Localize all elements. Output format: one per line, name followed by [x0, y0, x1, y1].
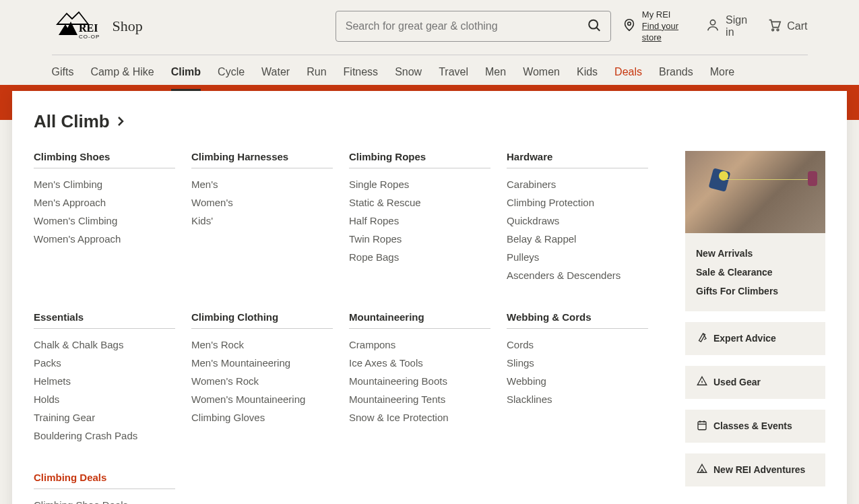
menu-link[interactable]: Climbing Gloves: [191, 408, 333, 427]
cart-icon: [767, 18, 782, 35]
menu-link[interactable]: Men's Mountaineering: [191, 354, 333, 372]
menu-link[interactable]: Men's Climbing: [34, 175, 175, 193]
nav-item-gifts[interactable]: Gifts: [52, 55, 74, 91]
mega-menu-title-text: All Climb: [34, 111, 110, 132]
menu-link[interactable]: Men's Approach: [34, 193, 175, 212]
menu-link[interactable]: Crampons: [349, 336, 490, 354]
menu-column-heading[interactable]: Climbing Ropes: [349, 151, 490, 168]
menu-link[interactable]: Static & Rescue: [349, 193, 490, 212]
menu-link[interactable]: Chalk & Chalk Bags: [34, 336, 175, 354]
menu-link[interactable]: Ascenders & Descenders: [507, 266, 648, 284]
menu-link[interactable]: Women's Climbing: [34, 212, 175, 230]
calendar-icon: [696, 419, 708, 433]
shop-label: Shop: [113, 18, 143, 35]
nav-item-cycle[interactable]: Cycle: [218, 55, 245, 91]
my-rei-label: My REI: [642, 9, 691, 21]
menu-link[interactable]: Women's Mountaineering: [191, 390, 333, 408]
menu-link[interactable]: Belay & Rappel: [507, 230, 648, 248]
nav-item-camp-hike[interactable]: Camp & Hike: [90, 55, 154, 91]
menu-link[interactable]: Mountaineering Boots: [349, 372, 490, 390]
cart-label: Cart: [787, 20, 807, 32]
menu-link[interactable]: Slings: [507, 354, 648, 372]
menu-link[interactable]: Single Ropes: [349, 175, 490, 193]
menu-link[interactable]: Kids': [191, 212, 333, 230]
menu-column: Climbing ShoesMen's ClimbingMen's Approa…: [34, 151, 175, 284]
menu-column: Climbing RopesSingle RopesStatic & Rescu…: [349, 151, 490, 284]
svg-point-9: [772, 29, 774, 31]
nav-item-more[interactable]: More: [710, 55, 734, 91]
logo-block[interactable]: REI CO-OP Shop: [52, 9, 143, 43]
menu-column-heading[interactable]: Climbing Deals: [34, 472, 175, 489]
menu-column-heading[interactable]: Climbing Shoes: [34, 151, 175, 168]
sign-in[interactable]: Sign in: [705, 14, 752, 38]
side-button[interactable]: Classes & Events: [685, 410, 825, 443]
menu-column-heading[interactable]: Hardware: [507, 151, 648, 168]
menu-link[interactable]: Men's: [191, 175, 333, 193]
nav-item-fitness[interactable]: Fitness: [344, 55, 379, 91]
menu-link[interactable]: Women's: [191, 193, 333, 212]
store-locator[interactable]: My REI Find your store: [622, 9, 691, 44]
user-icon: [705, 18, 720, 35]
menu-link[interactable]: Holds: [34, 390, 175, 408]
menu-link[interactable]: Bouldering Crash Pads: [34, 427, 175, 445]
promo-sidebar: New ArrivalsSale & ClearanceGifts For Cl…: [685, 151, 825, 504]
rei-logo: REI CO-OP: [52, 9, 104, 43]
nav-item-snow[interactable]: Snow: [395, 55, 422, 91]
menu-link[interactable]: Climbing Protection: [507, 193, 648, 212]
menu-link[interactable]: Snow & Ice Protection: [349, 408, 490, 427]
menu-column-heading[interactable]: Essentials: [34, 311, 175, 329]
menu-link[interactable]: Packs: [34, 354, 175, 372]
menu-link[interactable]: Webbing: [507, 372, 648, 390]
menu-link[interactable]: Half Ropes: [349, 212, 490, 230]
menu-link[interactable]: Quickdraws: [507, 212, 648, 230]
mountain-icon: [696, 375, 708, 389]
side-button[interactable]: Used Gear: [685, 366, 825, 399]
mega-menu-title[interactable]: All Climb: [34, 111, 825, 132]
find-store-link[interactable]: Find your store: [642, 21, 691, 44]
menu-column-heading[interactable]: Climbing Clothing: [191, 311, 333, 329]
menu-column-heading[interactable]: Climbing Harnesses: [191, 151, 333, 168]
nav-item-men[interactable]: Men: [485, 55, 506, 91]
menu-column: Climbing DealsClimbing Shoe DealsMountai…: [34, 472, 175, 504]
nav-item-kids[interactable]: Kids: [577, 55, 598, 91]
nav-item-water[interactable]: Water: [261, 55, 290, 91]
search-bar: [336, 11, 611, 42]
menu-link[interactable]: Training Gear: [34, 408, 175, 427]
location-pin-icon: [622, 18, 637, 35]
menu-column: Webbing & CordsCordsSlingsWebbingSlackli…: [507, 311, 648, 445]
search-input[interactable]: [336, 11, 611, 42]
side-button-label: Expert Advice: [713, 333, 776, 344]
side-button-label: Classes & Events: [713, 420, 792, 431]
promo-link[interactable]: Gifts For Climbers: [696, 282, 815, 301]
menu-link[interactable]: Men's Rock: [191, 336, 333, 354]
menu-link[interactable]: Pulleys: [507, 248, 648, 266]
menu-link[interactable]: Mountaineering Tents: [349, 390, 490, 408]
nav-item-brands[interactable]: Brands: [659, 55, 693, 91]
nav-item-travel[interactable]: Travel: [439, 55, 468, 91]
promo-link[interactable]: New Arrivals: [696, 244, 815, 263]
menu-link[interactable]: Rope Bags: [349, 248, 490, 266]
promo-link[interactable]: Sale & Clearance: [696, 263, 815, 282]
menu-link[interactable]: Twin Ropes: [349, 230, 490, 248]
menu-link[interactable]: Cords: [507, 336, 648, 354]
nav-item-deals[interactable]: Deals: [614, 55, 642, 91]
nav-item-climb[interactable]: Climb: [171, 55, 201, 91]
cart[interactable]: Cart: [767, 18, 807, 35]
menu-link[interactable]: Women's Approach: [34, 230, 175, 248]
menu-link[interactable]: Ice Axes & Tools: [349, 354, 490, 372]
menu-column-heading[interactable]: Webbing & Cords: [507, 311, 648, 329]
menu-link[interactable]: Helmets: [34, 372, 175, 390]
mega-menu: All Climb Climbing ShoesMen's ClimbingMe…: [12, 91, 847, 504]
promo-image[interactable]: [685, 151, 825, 233]
menu-link[interactable]: Slacklines: [507, 390, 648, 408]
menu-link[interactable]: Climbing Shoe Deals: [34, 496, 175, 504]
side-button[interactable]: Expert Advice: [685, 322, 825, 355]
side-button[interactable]: New REI Adventures: [685, 453, 825, 486]
svg-point-5: [589, 20, 598, 29]
menu-link[interactable]: Women's Rock: [191, 372, 333, 390]
menu-link[interactable]: Carabiners: [507, 175, 648, 193]
nav-item-women[interactable]: Women: [523, 55, 560, 91]
nav-item-run[interactable]: Run: [307, 55, 326, 91]
search-button[interactable]: [584, 15, 604, 38]
menu-column-heading[interactable]: Mountaineering: [349, 311, 490, 329]
